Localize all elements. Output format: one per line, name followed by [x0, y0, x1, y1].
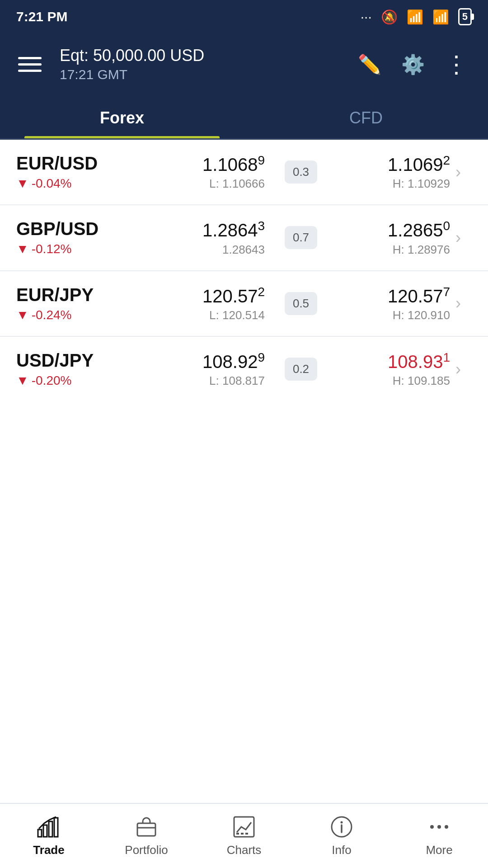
svg-point-15 — [445, 825, 448, 829]
more-label: More — [426, 843, 452, 857]
down-arrow-usdjpy: ▼ — [16, 373, 29, 388]
svg-point-12 — [341, 821, 343, 823]
bottom-navigation: Trade Portfolio Charts Info — [0, 803, 488, 868]
bid-eurjpy: 120.572 — [134, 285, 265, 307]
high-eurjpy: H: 120.910 — [324, 308, 450, 322]
nav-charts[interactable]: Charts — [195, 804, 293, 868]
instrument-row-eurusd[interactable]: EUR/USD ▼ -0.04% 1.10689 L: 1.10666 0.3 … — [0, 140, 488, 205]
wifi-icon: 📶 — [432, 9, 449, 25]
spread-usdjpy: 0.2 — [285, 358, 317, 381]
change-eurjpy: ▼ -0.24% — [16, 308, 134, 322]
pair-name-gbpusd: GBP/USD — [16, 219, 134, 239]
svg-rect-2 — [49, 821, 52, 837]
more-options-icon[interactable]: ⋮ — [445, 51, 470, 78]
tab-forex[interactable]: Forex — [0, 95, 244, 138]
edit-icon[interactable]: ✏️ — [358, 53, 381, 75]
chevron-right-usdjpy: › — [455, 360, 472, 379]
instrument-row-eurjpy[interactable]: EUR/JPY ▼ -0.24% 120.572 L: 120.514 0.5 … — [0, 271, 488, 337]
instruments-list: EUR/USD ▼ -0.04% 1.10689 L: 1.10666 0.3 … — [0, 140, 488, 602]
instrument-row-gbpusd[interactable]: GBP/USD ▼ -0.12% 1.28643 1.28643 0.7 1.2… — [0, 205, 488, 271]
spread-gbpusd: 0.7 — [285, 226, 317, 249]
svg-point-13 — [430, 825, 434, 829]
chevron-right-gbpusd: › — [455, 228, 472, 247]
market-tabs: Forex CFD — [0, 95, 488, 140]
bid-gbpusd: 1.28643 — [134, 219, 265, 241]
signal-icon: 📶 — [407, 9, 423, 25]
ask-usdjpy: 108.931 — [324, 350, 450, 372]
portfolio-icon — [135, 815, 158, 839]
down-arrow-eurjpy: ▼ — [16, 308, 29, 322]
bid-usdjpy: 108.929 — [134, 350, 265, 372]
down-arrow-eurusd: ▼ — [16, 176, 29, 191]
low-eurusd: L: 1.10666 — [134, 177, 265, 191]
ask-eurusd: 1.10692 — [324, 153, 450, 175]
high-gbpusd: H: 1.28976 — [324, 243, 450, 257]
low-usdjpy: L: 108.817 — [134, 374, 265, 388]
settings-icon[interactable]: ⚙️ — [401, 53, 425, 75]
tab-cfd[interactable]: CFD — [244, 95, 488, 138]
change-eurusd: ▼ -0.04% — [16, 176, 134, 191]
empty-space — [0, 602, 488, 803]
status-time: 7:21 PM — [16, 9, 67, 24]
spread-eurjpy: 0.5 — [285, 292, 317, 315]
mute-icon: 🔕 — [381, 9, 398, 25]
app-header: Eqt: 50,000.00 USD 17:21 GMT ✏️ ⚙️ ⋮ — [0, 33, 488, 95]
svg-rect-0 — [38, 830, 42, 837]
pair-name-usdjpy: USD/JPY — [16, 350, 134, 371]
spread-eurusd: 0.3 — [285, 160, 317, 184]
high-usdjpy: H: 109.185 — [324, 374, 450, 388]
portfolio-label: Portfolio — [125, 843, 168, 857]
change-gbpusd: ▼ -0.12% — [16, 242, 134, 256]
info-label: Info — [332, 843, 351, 857]
svg-rect-1 — [43, 825, 47, 837]
battery-icon: 5 — [458, 8, 472, 25]
ask-gbpusd: 1.28650 — [324, 219, 450, 241]
pair-name-eurjpy: EUR/JPY — [16, 285, 134, 305]
change-usdjpy: ▼ -0.20% — [16, 373, 134, 388]
bid-eurusd: 1.10689 — [134, 153, 265, 175]
charts-label: Charts — [227, 843, 262, 857]
nav-trade[interactable]: Trade — [0, 804, 98, 868]
down-arrow-gbpusd: ▼ — [16, 242, 29, 256]
header-actions: ✏️ ⚙️ ⋮ — [358, 51, 470, 78]
chevron-right-eurjpy: › — [455, 294, 472, 313]
high-eurusd: H: 1.10929 — [324, 177, 450, 191]
dots-icon: ··· — [361, 9, 372, 24]
trade-label: Trade — [33, 843, 64, 857]
svg-rect-7 — [237, 833, 239, 834]
svg-point-14 — [437, 825, 441, 829]
ask-eurjpy: 120.577 — [324, 285, 450, 307]
info-icon — [330, 815, 353, 839]
hamburger-menu-button[interactable] — [18, 57, 42, 72]
account-info: Eqt: 50,000.00 USD 17:21 GMT — [60, 46, 340, 82]
svg-rect-3 — [54, 818, 58, 837]
status-icons: ··· 🔕 📶 📶 5 — [361, 8, 472, 25]
equity-value: Eqt: 50,000.00 USD — [60, 46, 340, 65]
server-time: 17:21 GMT — [60, 67, 340, 82]
more-icon — [427, 815, 451, 839]
instrument-row-usdjpy[interactable]: USD/JPY ▼ -0.20% 108.929 L: 108.817 0.2 … — [0, 337, 488, 401]
svg-rect-4 — [137, 823, 155, 836]
trade-icon — [37, 815, 61, 839]
pair-name-eurusd: EUR/USD — [16, 153, 134, 174]
low-gbpusd: 1.28643 — [134, 243, 265, 257]
low-eurjpy: L: 120.514 — [134, 308, 265, 322]
svg-rect-8 — [241, 833, 243, 834]
chevron-right-eurusd: › — [455, 163, 472, 182]
nav-portfolio[interactable]: Portfolio — [98, 804, 195, 868]
charts-icon — [232, 815, 256, 839]
svg-rect-9 — [246, 833, 248, 834]
nav-info[interactable]: Info — [293, 804, 390, 868]
nav-more[interactable]: More — [390, 804, 488, 868]
status-bar: 7:21 PM ··· 🔕 📶 📶 5 — [0, 0, 488, 33]
